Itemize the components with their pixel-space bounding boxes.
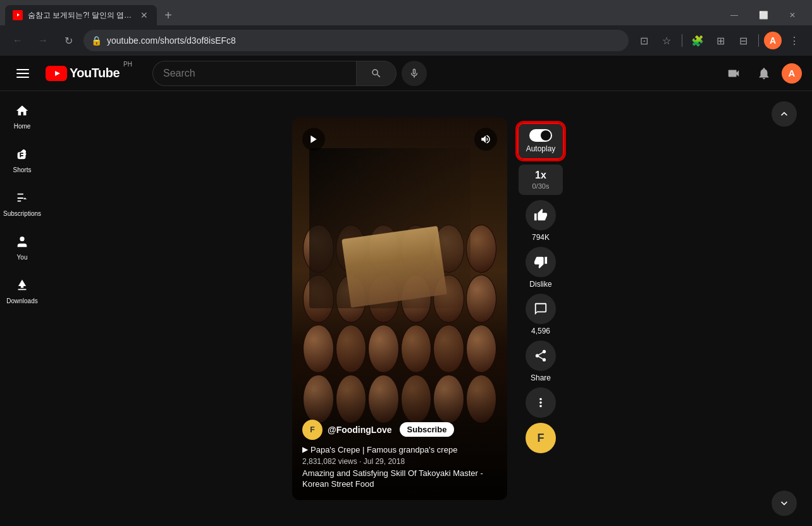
autoplay-highlight: Autoplay [517,123,564,160]
video-info-overlay: F @FoodingLove Subscribe ▶ Papa's Crepe … [292,410,507,500]
svg-marker-6 [311,135,316,143]
like-icon [526,200,556,230]
search-input[interactable] [152,61,356,86]
share-icon [526,341,556,371]
youtube-logo-text: YouTube [70,66,120,80]
home-icon [15,104,29,120]
sidebar-toggle-icon[interactable]: ⊟ [733,30,753,51]
dislike-label: Dislike [529,280,551,289]
sidebar-item-shorts[interactable]: Shorts [2,140,42,181]
svg-rect-4 [16,77,29,78]
close-button[interactable]: ✕ [778,5,807,25]
address-bar[interactable]: 🔒 youtube.com/shorts/d3of8isEFc8 [83,30,629,51]
hamburger-menu-button[interactable] [10,61,35,86]
browser-profile-avatar[interactable]: A [764,32,782,49]
video-playlist: ▶ Papa's Crepe | Famous grandpa's crepe [302,445,497,454]
comments-button[interactable]: 4,596 [526,294,556,335]
youtube-logo-icon [46,66,67,81]
sidebar-shorts-label: Shorts [13,166,32,173]
play-button[interactable] [302,128,325,151]
notifications-button[interactable] [751,61,777,86]
svg-rect-2 [16,69,29,70]
volume-button[interactable] [474,128,497,151]
you-icon [15,235,29,251]
video-title: Amazing and Satisfying Skill Of Takoyaki… [302,468,497,490]
tab-bar: 숨참고 보게되는?! 달인의 엽정... ✕ + — ⬜ ✕ [0,0,812,25]
autoplay-label: Autoplay [526,144,556,153]
cast-icon[interactable]: ⊡ [634,30,654,51]
tab-close-button[interactable]: ✕ [139,10,149,20]
user-avatar[interactable]: A [782,63,802,84]
bookmark-star-icon[interactable]: ☆ [656,30,677,51]
search-button[interactable] [356,61,397,86]
extension-grid-icon[interactable]: ⊞ [710,30,730,51]
url-text: youtube.com/shorts/d3of8isEFc8 [107,35,621,46]
svg-text:F: F [310,425,315,434]
scroll-down-button[interactable] [772,491,797,516]
sidebar-subscriptions-label: Subscriptions [3,210,41,217]
sidebar-item-you[interactable]: You [2,227,42,268]
browser-more-icon[interactable]: ⋮ [784,30,804,51]
svg-text:F: F [538,432,544,444]
speed-button[interactable]: 1x 0/30s [519,165,563,195]
comments-icon [526,294,556,324]
youtube-logo[interactable]: YouTube PH [46,66,132,81]
downloads-icon [15,279,29,295]
create-button[interactable] [721,61,746,86]
share-label: Share [531,373,551,382]
channel-name[interactable]: @FoodingLove [328,425,392,435]
comments-count: 4,596 [531,327,550,335]
shorts-video[interactable]: F @FoodingLove Subscribe ▶ Papa's Crepe … [292,118,507,500]
shorts-viewer: F @FoodingLove Subscribe ▶ Papa's Crepe … [44,91,812,526]
toolbar-icons: ⊡ ☆ 🧩 ⊞ ⊟ A ⋮ [634,30,804,51]
like-count: 794K [532,233,550,242]
dislike-button[interactable]: Dislike [526,247,556,289]
sidebar-item-home[interactable]: Home [2,96,42,137]
maximize-button[interactable]: ⬜ [749,5,778,25]
youtube-main: Home Shorts Subscriptions You [0,91,812,526]
video-stats: 2,831,082 views · Jul 29, 2018 [302,457,497,466]
more-options-button[interactable] [526,387,556,418]
speed-sublabel: 0/30s [532,182,550,190]
more-options-icon [526,387,556,418]
like-button[interactable]: 794K [526,200,556,242]
forward-button[interactable]: → [33,30,53,51]
subscribe-button[interactable]: Subscribe [400,422,455,437]
toolbar-divider-2 [758,34,759,47]
active-tab[interactable]: 숨참고 보게되는?! 달인의 엽정... ✕ [5,5,157,25]
back-button[interactable]: ← [8,30,28,51]
next-video-channel-icon[interactable]: F [526,423,556,453]
autoplay-toggle [529,129,552,142]
tab-favicon [13,10,23,20]
youtube-header: YouTube PH A [0,56,812,91]
shorts-actions: Autoplay 1x 0/30s 794K [517,118,564,453]
youtube-region: PH [123,61,132,68]
sidebar-item-downloads[interactable]: Downloads [2,271,42,312]
new-tab-button[interactable]: + [159,6,177,24]
search-form [152,61,427,86]
autoplay-button[interactable]: Autoplay [519,124,563,158]
share-button[interactable]: Share [526,341,556,382]
playlist-label: Papa's Crepe | Famous grandpa's crepe [311,445,457,454]
browser-chrome: 숨참고 보게되는?! 달인의 엽정... ✕ + — ⬜ ✕ ← → ↻ 🔒 y… [0,0,812,56]
refresh-button[interactable]: ↻ [58,30,78,51]
svg-marker-5 [55,71,60,76]
sidebar-downloads-label: Downloads [6,297,37,304]
channel-avatar[interactable]: F [302,420,323,440]
voice-search-button[interactable] [402,61,427,86]
extensions-icon[interactable]: 🧩 [687,30,708,51]
autoplay-toggle-dot [541,130,551,141]
sidebar-home-label: Home [14,123,31,130]
minimize-button[interactable]: — [720,5,749,25]
toolbar-divider [682,34,682,47]
channel-row: F @FoodingLove Subscribe [302,420,497,440]
shorts-icon [15,147,29,164]
scroll-up-button[interactable] [772,101,797,127]
subscriptions-icon [15,191,29,208]
tab-title: 숨참고 보게되는?! 달인의 엽정... [28,10,134,21]
shorts-container: F @FoodingLove Subscribe ▶ Papa's Crepe … [292,118,564,500]
sidebar-item-subscriptions[interactable]: Subscriptions [2,184,42,225]
youtube-sidebar: Home Shorts Subscriptions You [0,91,44,526]
spatula [341,226,447,308]
youtube-app: YouTube PH A [0,56,812,526]
